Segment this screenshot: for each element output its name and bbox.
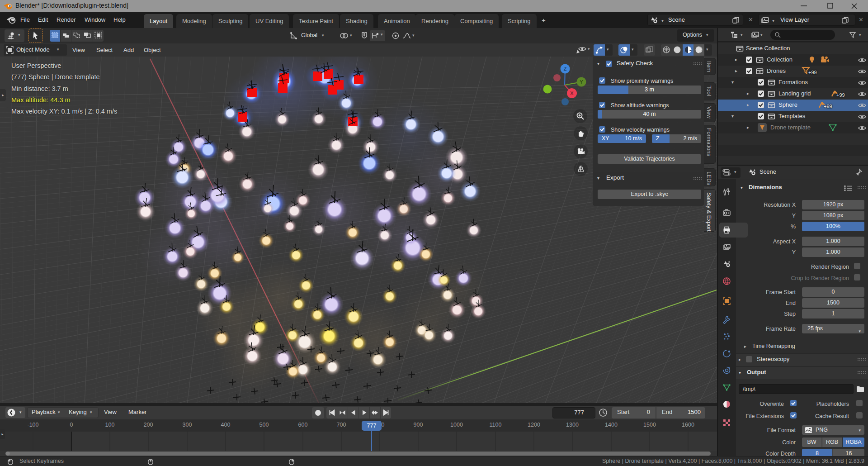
svg-text:Y: Y bbox=[580, 79, 583, 85]
svg-text:Z: Z bbox=[564, 66, 567, 71]
svg-text:X: X bbox=[570, 90, 574, 96]
